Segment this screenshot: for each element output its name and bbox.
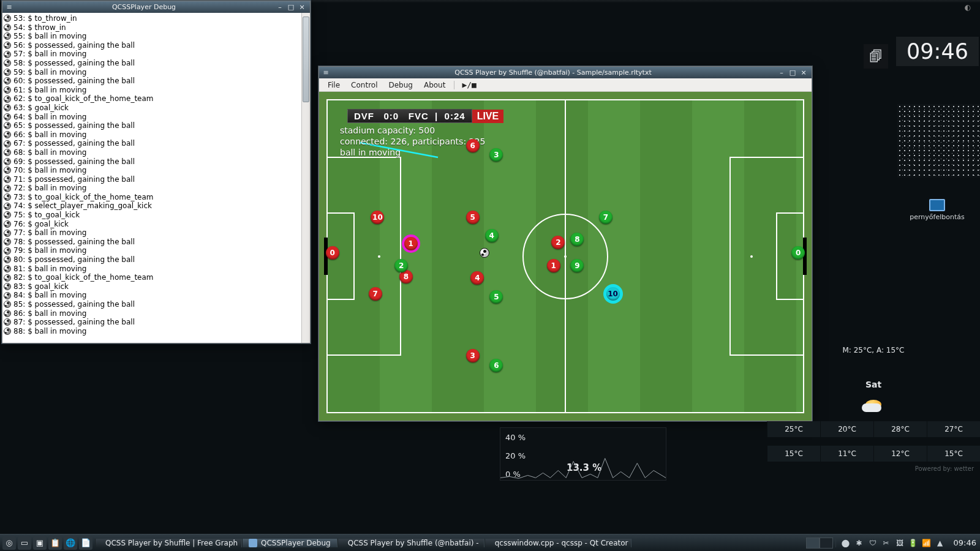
debug-row[interactable]: 65: $ possessed, gaining the ball [4, 121, 300, 130]
green-player-9[interactable]: 9 [570, 259, 584, 272]
debug-row[interactable]: 69: $ possessed, gaining the ball [4, 157, 300, 167]
debug-row[interactable]: 80: $ possessed, gaining the ball [4, 255, 300, 264]
minimize-button[interactable]: – [274, 2, 285, 12]
green-player-2[interactable]: 2 [394, 259, 408, 272]
maximize-button[interactable]: □ [285, 2, 296, 12]
debug-row[interactable]: 60: $ possessed, gaining the ball [4, 77, 300, 86]
window-menu-icon[interactable]: ≡ [322, 69, 330, 77]
close-button[interactable]: × [296, 2, 307, 12]
red-player-2[interactable]: 2 [551, 236, 565, 249]
tray-icon[interactable]: ✂ [881, 539, 891, 547]
tray-icon[interactable]: ▲ [935, 539, 945, 547]
green-player-8[interactable]: 8 [570, 233, 584, 246]
red-player-6[interactable]: 6 [466, 139, 480, 152]
green-player-0[interactable]: 0 [791, 246, 805, 260]
launcher-icon[interactable]: 🌐 [64, 536, 77, 550]
red-player-4[interactable]: 4 [470, 271, 484, 285]
menu-debug[interactable]: Debug [383, 80, 417, 91]
launcher-icon[interactable]: ▣ [33, 536, 47, 550]
debug-row[interactable]: 58: $ possessed, gaining the ball [4, 59, 300, 68]
dock-minimap[interactable] [897, 104, 980, 178]
debug-row[interactable]: 61: $ ball in moving [4, 86, 300, 95]
debug-row[interactable]: 62: $ to_goal_kick_of_the_home_team [4, 94, 300, 103]
debug-row[interactable]: 64: $ ball in moving [4, 113, 300, 122]
debug-row[interactable]: 63: $ goal_kick [4, 103, 300, 113]
tray-icon[interactable]: ✱ [854, 539, 864, 547]
debug-row[interactable]: 53: $ to_throw_in [4, 14, 300, 23]
debug-row[interactable]: 86: $ ball in moving [4, 309, 300, 318]
debug-row[interactable]: 88: $ ball in moving [4, 327, 300, 336]
debug-row[interactable]: 87: $ possessed, gaining the ball [4, 318, 300, 327]
tray-icon[interactable]: 📶 [922, 539, 932, 547]
taskbar-task[interactable]: QCSS Player by Shuffle (@nbatfai) - [337, 539, 484, 547]
debug-titlebar[interactable]: ≡ QCSSPlayer Debug – □ × [2, 1, 310, 13]
tray-icon[interactable]: 🔋 [908, 539, 918, 547]
red-player-10[interactable]: 10 [371, 211, 384, 224]
debug-row[interactable]: 73: $ to_goal_kick_of_the_home_team [4, 193, 300, 202]
debug-row[interactable]: 84: $ ball in moving [4, 291, 300, 300]
green-player-5[interactable]: 5 [489, 290, 503, 304]
menu-about[interactable]: About [419, 80, 450, 91]
tray-icon[interactable]: 🖼 [895, 539, 905, 547]
debug-scrollbar[interactable] [301, 13, 310, 343]
debug-row[interactable]: 70: $ ball in moving [4, 166, 300, 175]
debug-row[interactable]: 82: $ to_goal_kick_of_the_home_team [4, 273, 300, 282]
pager-cell[interactable] [820, 538, 833, 549]
moon-icon[interactable]: ◐ [960, 1, 975, 13]
debug-row[interactable]: 55: $ ball in moving [4, 32, 300, 41]
debug-row[interactable]: 77: $ ball in moving [4, 228, 300, 238]
scrollbar-thumb[interactable] [303, 17, 309, 102]
debug-row[interactable]: 79: $ ball in moving [4, 246, 300, 255]
launcher-icon[interactable]: ▭ [18, 536, 31, 550]
debug-row[interactable]: 67: $ possessed, gaining the ball [4, 139, 300, 148]
match-ball[interactable] [480, 248, 489, 258]
green-player-3[interactable]: 3 [489, 148, 503, 162]
taskbar-pager[interactable] [806, 538, 833, 549]
red-player-1[interactable]: 1 [404, 237, 418, 250]
debug-row[interactable]: 74: $ select_player_making_goal_kick [4, 201, 300, 211]
desktop-shortcut[interactable]: pernyőfelbontás [907, 199, 968, 221]
red-player-0[interactable]: 0 [326, 246, 339, 260]
green-player-6[interactable]: 6 [489, 359, 503, 372]
taskbar-task[interactable]: qcsswindow.cpp - qcssp - Qt Creator [484, 539, 631, 547]
debug-row[interactable]: 72: $ ball in moving [4, 184, 300, 193]
launcher-icon[interactable]: 📄 [79, 536, 92, 550]
launcher-icon[interactable]: 📋 [48, 536, 62, 550]
debug-row[interactable]: 83: $ goal_kick [4, 282, 300, 291]
taskbar-task[interactable]: QCSS Player by Shuffle | Free Graph [95, 539, 242, 547]
window-menu-icon[interactable]: ≡ [5, 3, 13, 11]
player-titlebar[interactable]: ≡ QCSS Player by Shuffle (@nbatfai) - Sa… [319, 67, 812, 78]
minimize-button[interactable]: – [776, 68, 787, 77]
debug-row[interactable]: 75: $ to_goal_kick [4, 211, 300, 220]
green-player-10[interactable]: 10 [606, 287, 620, 301]
play-pause-button[interactable]: ▶/■ [458, 80, 480, 89]
debug-row[interactable]: 78: $ possessed, gaining the ball [4, 238, 300, 247]
green-player-4[interactable]: 4 [485, 229, 499, 242]
menu-control[interactable]: Control [346, 80, 382, 91]
tray-icon[interactable]: ⬤ [841, 539, 851, 547]
launcher-icon[interactable]: ◎ [2, 536, 16, 550]
debug-row[interactable]: 76: $ goal_kick [4, 220, 300, 229]
clipboard-widget[interactable]: 🗐 [864, 44, 888, 69]
maximize-button[interactable]: □ [787, 68, 798, 77]
debug-row[interactable]: 71: $ possessed, gaining the ball [4, 175, 300, 184]
close-button[interactable]: × [798, 68, 809, 77]
debug-row[interactable]: 59: $ ball in moving [4, 68, 300, 77]
green-player-7[interactable]: 7 [599, 211, 612, 224]
red-player-1[interactable]: 1 [547, 259, 560, 272]
debug-row[interactable]: 56: $ possessed, gaining the ball [4, 41, 300, 50]
pitch[interactable]: DVF 0:0 FVC | 0:24 LIVE stadium capacity… [326, 99, 804, 413]
red-player-7[interactable]: 7 [369, 287, 382, 301]
red-player-3[interactable]: 3 [466, 349, 480, 362]
pager-cell[interactable] [806, 538, 820, 549]
tray-icon[interactable]: 🛡 [868, 539, 878, 547]
menu-file[interactable]: File [323, 80, 345, 91]
debug-row[interactable]: 54: $ throw_in [4, 23, 300, 32]
red-player-5[interactable]: 5 [466, 211, 480, 224]
debug-row[interactable]: 85: $ possessed, gaining the ball [4, 300, 300, 309]
debug-row[interactable]: 57: $ ball in moving [4, 50, 300, 59]
debug-list[interactable]: 53: $ to_throw_in 54: $ throw_in 55: $ b… [2, 13, 301, 343]
debug-row[interactable]: 66: $ ball in moving [4, 130, 300, 140]
taskbar-task[interactable]: QCSSPlayer Debug [242, 539, 337, 547]
debug-row[interactable]: 68: $ ball in moving [4, 148, 300, 157]
